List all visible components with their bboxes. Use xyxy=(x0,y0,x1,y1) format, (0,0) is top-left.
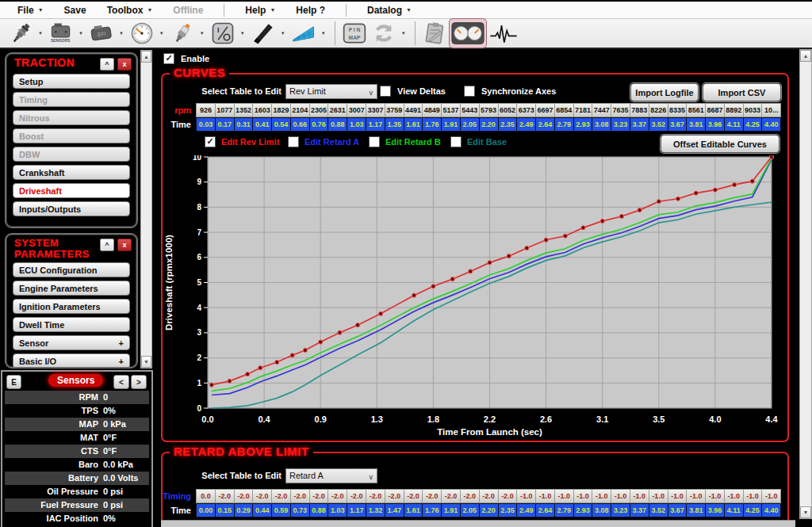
data-point-marker[interactable] xyxy=(694,191,698,195)
rpm-cell[interactable]: 7635 xyxy=(611,103,630,117)
retard-table-select[interactable]: Retard A ∨ xyxy=(285,468,377,483)
timing-cell[interactable]: -1.0 xyxy=(592,489,611,503)
traction-collapse-button[interactable]: ^ xyxy=(100,58,114,71)
data-point-marker[interactable] xyxy=(733,183,737,187)
data-point-marker[interactable] xyxy=(619,214,623,218)
time2-cell[interactable]: 1.61 xyxy=(404,503,423,517)
rpm-cell[interactable]: 1603 xyxy=(253,103,272,117)
rpm-cell[interactable]: 9033 xyxy=(744,103,763,117)
time2-cell[interactable]: 2.35 xyxy=(499,503,518,517)
time2-cell[interactable]: 1.03 xyxy=(328,503,347,517)
time2-cell[interactable]: 3.81 xyxy=(687,503,706,517)
timing-cell[interactable]: -2.0 xyxy=(385,489,404,503)
timing-cell[interactable]: -1.0 xyxy=(517,489,536,503)
data-point-marker[interactable] xyxy=(638,208,642,212)
chevron-down-icon[interactable]: ▼ xyxy=(200,31,205,36)
time-cell[interactable]: 0.31 xyxy=(235,117,254,132)
rpm-cell[interactable]: 8892 xyxy=(725,103,744,117)
data-point-marker[interactable] xyxy=(379,311,383,315)
chevron-down-icon[interactable]: ▼ xyxy=(281,31,285,36)
fuel-injector-toolbar-button[interactable] xyxy=(6,19,35,48)
time2-cell[interactable]: 3.96 xyxy=(706,503,725,517)
menu-toolbox[interactable]: Toolbox▼ xyxy=(107,5,153,16)
sidebar-item-ignition-parameters[interactable]: Ignition Parameters xyxy=(13,299,130,314)
gauges-toolbar-button[interactable] xyxy=(450,19,486,48)
sidebar-scroll-up-button[interactable]: ▲ xyxy=(141,51,151,63)
data-point-marker[interactable] xyxy=(303,348,307,352)
time-cell[interactable]: 4.11 xyxy=(725,117,744,132)
ramp-toolbar-button[interactable] xyxy=(249,19,278,48)
sidebar-scrollbar[interactable]: ▲ ▼ xyxy=(140,50,152,369)
timing-cell[interactable]: -2.0 xyxy=(291,489,310,503)
main-scroll-down-button[interactable]: ▼ xyxy=(800,506,811,518)
menu-help-?[interactable]: Help ? xyxy=(296,5,325,16)
time2-cell[interactable]: 1.17 xyxy=(347,503,366,517)
time-cell[interactable]: 3.23 xyxy=(611,117,630,132)
rpm-cell[interactable]: 6697 xyxy=(536,103,555,117)
rpm-cell[interactable]: 8687 xyxy=(706,103,725,117)
time-cell[interactable]: 0.54 xyxy=(272,117,291,132)
time-cell[interactable]: 3.96 xyxy=(706,117,725,132)
horizontal-scrollbar[interactable] xyxy=(161,520,795,527)
time2-cell[interactable]: 2.79 xyxy=(555,503,574,517)
rpm-cell[interactable]: 2104 xyxy=(291,103,310,117)
rpm-cell[interactable]: 2305 xyxy=(310,103,329,117)
timing-cell[interactable]: -1.0 xyxy=(574,489,593,503)
sensors-prev-button[interactable]: < xyxy=(113,375,129,389)
timing-cell[interactable]: -1.0 xyxy=(706,489,725,503)
time-cell[interactable]: 2.20 xyxy=(480,117,499,132)
data-point-marker[interactable] xyxy=(581,226,585,230)
chevron-down-icon[interactable]: ▼ xyxy=(321,31,326,36)
time-cell[interactable]: 2.79 xyxy=(555,117,574,132)
time2-cell[interactable]: 4.40 xyxy=(762,503,781,517)
rpm-cell[interactable]: 926 xyxy=(196,103,216,117)
data-point-marker[interactable] xyxy=(544,238,548,242)
rpm-cell[interactable]: 4849 xyxy=(423,103,442,117)
timing-cell[interactable]: -1.0 xyxy=(744,489,763,503)
time2-cell[interactable]: 0.44 xyxy=(253,503,272,517)
timing-cell[interactable]: -2.0 xyxy=(235,489,254,503)
rpm-cell[interactable]: 7883 xyxy=(630,103,649,117)
time-cell[interactable]: 2.93 xyxy=(574,117,593,132)
data-point-marker[interactable] xyxy=(245,372,249,376)
timing-cell[interactable]: -2.0 xyxy=(404,489,423,503)
chevron-down-icon[interactable]: ▼ xyxy=(159,31,164,36)
time2-cell[interactable]: 3.23 xyxy=(611,503,630,517)
time2-cell[interactable]: 0.00 xyxy=(196,503,216,517)
timing-cell[interactable]: -1.0 xyxy=(649,489,668,503)
time2-cell[interactable]: 2.93 xyxy=(574,503,593,517)
system-parameters-close-button[interactable]: x xyxy=(117,239,132,251)
data-point-marker[interactable] xyxy=(228,379,232,383)
rpm-cell[interactable]: 8561 xyxy=(687,103,706,117)
data-point-marker[interactable] xyxy=(600,219,604,223)
timing-cell[interactable]: -1.0 xyxy=(668,489,688,503)
time-cell[interactable]: 3.52 xyxy=(649,117,668,132)
timing-cell[interactable]: -2.0 xyxy=(272,489,291,503)
time2-cell[interactable]: 3.37 xyxy=(630,503,649,517)
sidebar-item-basic-i-o[interactable]: Basic I/O+ xyxy=(13,353,130,369)
edit-base-checkbox[interactable] xyxy=(450,136,462,147)
time-cell[interactable]: 1.03 xyxy=(347,117,366,132)
timing-cell[interactable]: -2.0 xyxy=(328,489,347,503)
import-csv-button[interactable]: Import CSV xyxy=(703,83,781,101)
rpm-cell[interactable]: 5443 xyxy=(461,103,480,117)
sensors-toolbar-button[interactable] xyxy=(47,19,75,48)
waveform-toolbar-button[interactable] xyxy=(487,19,520,48)
driveshaft-chart[interactable]: 0123456789100.00.40.91.31.82.22.63.13.54… xyxy=(163,155,789,445)
data-point-marker[interactable] xyxy=(412,293,416,297)
time-cell[interactable]: 0.66 xyxy=(291,117,310,132)
time-cell[interactable]: 2.35 xyxy=(499,117,518,132)
data-point-marker[interactable] xyxy=(563,234,567,238)
main-scrollbar[interactable]: ▲ ▼ xyxy=(799,49,812,519)
timing-cell[interactable]: -2.0 xyxy=(347,489,366,503)
data-point-marker[interactable] xyxy=(431,285,435,288)
chart-plot[interactable]: 0123456789100.00.40.91.31.82.22.63.13.54… xyxy=(163,155,789,442)
offset-editable-curves-button[interactable]: Offset Editable Curves xyxy=(661,135,779,153)
edit-rev-limit-checkbox[interactable]: ✓ xyxy=(205,136,216,147)
time-cell[interactable]: 0.41 xyxy=(253,117,272,132)
rpm-cell[interactable]: 7447 xyxy=(592,103,611,117)
chevron-down-icon[interactable]: ▼ xyxy=(240,31,245,36)
time2-cell[interactable]: 0.59 xyxy=(272,503,291,517)
timing-cell[interactable]: -1.0 xyxy=(611,489,630,503)
rpm-cell[interactable]: 3007 xyxy=(347,103,366,117)
